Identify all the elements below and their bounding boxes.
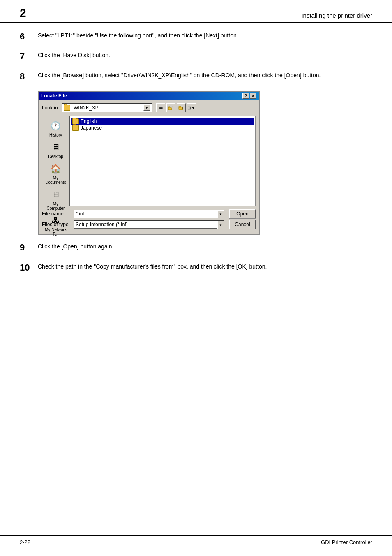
step-text-8: Click the [Browse] button, select "Drive… (38, 71, 372, 80)
file-item-japanese[interactable]: Japanese (71, 125, 254, 131)
desktop-icon: 🖥 (49, 141, 62, 154)
lookin-dropdown-arrow[interactable]: ▼ (143, 105, 150, 111)
nav-my-documents[interactable]: 🏠 My Documents (44, 161, 68, 185)
header-title: Installing the printer driver (301, 12, 372, 19)
file-name-english: English (81, 118, 97, 124)
filename-input[interactable]: *.inf ▼ (74, 210, 224, 218)
filename-value: *.inf (76, 211, 84, 217)
file-item-english[interactable]: English (71, 118, 254, 125)
file-list-area[interactable]: English Japanese (69, 116, 256, 206)
nav-desktop-label: Desktop (48, 154, 63, 159)
step-text-6: Select "LPT1:" beside "Use the following… (38, 31, 372, 40)
dialog-wrapper: Locate File ? × Look in: (38, 91, 372, 235)
history-icon: 🕐 (49, 119, 62, 132)
svg-text:↑: ↑ (172, 105, 173, 108)
svg-rect-4 (179, 106, 181, 107)
filetype-input-wrap: Setup Information (*.inf) ▼ (74, 220, 224, 229)
step-text-10: Check the path in the "Copy manufacturer… (38, 262, 372, 271)
my-documents-icon: 🏠 (49, 162, 62, 175)
back-button[interactable]: ⬅ (156, 103, 165, 112)
step-number-9: 9 (20, 242, 38, 253)
filename-input-wrap: *.inf ▼ (74, 210, 224, 218)
filename-row: File name: *.inf ▼ Open (42, 209, 256, 218)
step-6: 6 Select "LPT1:" beside "Use the followi… (20, 31, 372, 42)
titlebar-buttons: ? × (242, 93, 256, 99)
lookin-value: WIN2K_XP (74, 105, 99, 111)
folder-icon-japanese (72, 125, 79, 131)
nav-my-computer[interactable]: 🖥 My Computer (44, 187, 68, 211)
dialog-buttons: Open (229, 209, 256, 218)
lookin-toolbar: ⬅ ↑ + ⊞▼ (156, 103, 196, 112)
up-folder-button[interactable]: ↑ (166, 103, 175, 112)
filetype-label: Files of type: (42, 222, 71, 227)
my-computer-icon: 🖥 (49, 188, 62, 201)
lookin-dropdown[interactable]: WIN2K_XP ▼ (62, 103, 152, 112)
step-8: 8 Click the [Browse] button, select "Dri… (20, 71, 372, 82)
dialog-body: Look in: WIN2K_XP ▼ ⬅ ↑ (39, 100, 259, 234)
filename-dropdown-arrow[interactable]: ▼ (217, 210, 224, 218)
step-10: 10 Check the path in the "Copy manufactu… (20, 262, 372, 273)
sidebar-nav: 🕐 History 🖥 Desktop 🏠 My Documents (42, 116, 69, 206)
step-text-9: Click the [Open] button again. (38, 242, 372, 251)
step-9: 9 Click the [Open] button again. (20, 242, 372, 253)
nav-history-label: History (49, 133, 62, 137)
page-footer: 2-22 GDI Printer Controller (0, 535, 392, 549)
nav-my-documents-label: My Documents (45, 176, 67, 185)
dialog-title: Locate File (41, 93, 67, 99)
step-number-6: 6 (20, 31, 38, 42)
footer-product-name: GDI Printer Controller (321, 539, 372, 545)
filetype-row: Files of type: Setup Information (*.inf)… (42, 220, 256, 229)
filename-label: File name: (42, 211, 71, 217)
step-7: 7 Click the [Have Disk] button. (20, 51, 372, 62)
locate-file-dialog: Locate File ? × Look in: (38, 91, 260, 235)
dialog-titlebar: Locate File ? × (39, 92, 259, 100)
nav-network-label: My Network P... (45, 227, 67, 236)
cancel-button[interactable]: Cancel (229, 220, 256, 229)
svg-text:+: + (182, 107, 183, 109)
chapter-number: 2 (20, 7, 26, 19)
new-folder-button[interactable]: + (177, 103, 186, 112)
view-menu-button[interactable]: ⊞▼ (187, 103, 196, 112)
open-button[interactable]: Open (229, 209, 256, 218)
nav-history[interactable]: 🕐 History (44, 118, 68, 138)
lookin-row: Look in: WIN2K_XP ▼ ⬅ ↑ (42, 103, 256, 112)
filetype-value: Setup Information (*.inf) (76, 222, 128, 227)
filetype-dropdown-arrow[interactable]: ▼ (217, 221, 224, 229)
lookin-label: Look in: (42, 105, 59, 111)
nav-my-computer-label: My Computer (45, 202, 67, 211)
step-number-8: 8 (20, 71, 38, 82)
close-button[interactable]: × (250, 93, 256, 99)
step-text-7: Click the [Have Disk] button. (38, 51, 372, 60)
svg-rect-1 (168, 107, 170, 108)
filetype-input[interactable]: Setup Information (*.inf) ▼ (74, 220, 224, 229)
content-area: 6 Select "LPT1:" beside "Use the followi… (0, 31, 392, 273)
footer-page-number: 2-22 (20, 539, 30, 545)
nav-desktop[interactable]: 🖥 Desktop (44, 140, 68, 160)
svg-rect-0 (168, 108, 172, 110)
file-area: 🕐 History 🖥 Desktop 🏠 My Documents (42, 116, 256, 206)
file-name-japanese: Japanese (81, 125, 102, 131)
step-number-7: 7 (20, 51, 38, 62)
folder-icon-english (72, 118, 79, 124)
help-button[interactable]: ? (242, 93, 249, 99)
page: 2 Installing the printer driver 6 Select… (0, 0, 392, 556)
page-header: 2 Installing the printer driver (0, 0, 392, 23)
cancel-button-col: Cancel (229, 220, 256, 229)
step-number-10: 10 (20, 262, 38, 273)
